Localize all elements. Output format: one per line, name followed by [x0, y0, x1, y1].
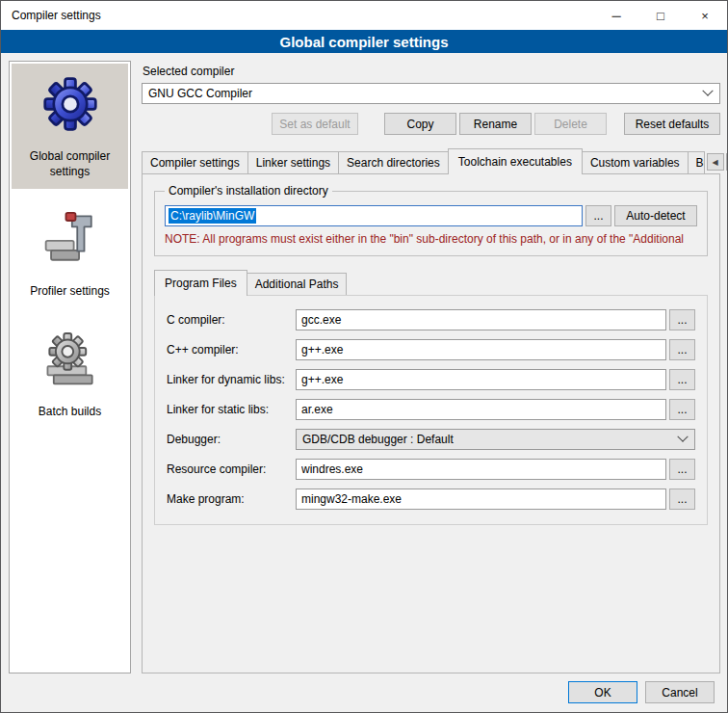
field-row: Resource compiler: ... — [167, 459, 695, 480]
sidebar-item-batch-builds[interactable]: Batch builds — [12, 319, 128, 430]
tab-scroll-left-button[interactable]: ◀ — [707, 153, 724, 171]
delete-button[interactable]: Delete — [534, 113, 607, 135]
main-panel: Selected compiler GNU GCC Compiler Set a… — [142, 61, 720, 673]
dialog-header: Global compiler settings — [1, 30, 727, 53]
tab-custom-variables[interactable]: Custom variables — [582, 151, 689, 173]
dynamic-linker-input[interactable] — [296, 369, 666, 390]
gray-gear-stack-icon — [39, 329, 101, 390]
maximize-button[interactable]: □ — [638, 1, 683, 30]
titlebar: Compiler settings ─ □ × — [1, 1, 727, 30]
selected-compiler-label: Selected compiler — [143, 65, 720, 78]
profiler-clamp-icon — [39, 208, 101, 270]
field-label: C compiler: — [167, 313, 296, 327]
subtab-additional-paths[interactable]: Additional Paths — [247, 273, 348, 295]
set-as-default-button[interactable]: Set as default — [272, 113, 358, 135]
close-icon: × — [701, 9, 709, 23]
field-label: Make program: — [167, 492, 296, 506]
program-files-panel: C compiler: ... C++ compiler: ... — [154, 295, 708, 525]
program-files-subtabs: Program Files Additional Paths — [154, 270, 708, 295]
field-row: Linker for static libs: ... — [167, 399, 695, 420]
installation-directory-label: Compiler's installation directory — [165, 184, 332, 198]
browse-button[interactable]: ... — [669, 309, 695, 330]
tab-build-options[interactable]: Build — [688, 151, 705, 173]
dialog-footer: OK Cancel — [1, 675, 727, 712]
tab-toolchain-executables[interactable]: Toolchain executables — [448, 148, 583, 174]
field-row: C++ compiler: ... — [167, 339, 695, 360]
bin-subdirectory-note: NOTE: All programs must exist either in … — [165, 232, 697, 246]
static-linker-input[interactable] — [296, 399, 666, 420]
installation-directory-input[interactable]: C:\raylib\MinGW — [165, 205, 583, 226]
minimize-button[interactable]: ─ — [594, 1, 638, 30]
sidebar-item-profiler-settings[interactable]: Profiler settings — [12, 198, 128, 309]
close-button[interactable]: × — [683, 1, 727, 30]
field-label: Debugger: — [167, 433, 296, 446]
dialog-content: Global compiler settings Profiler settin… — [1, 53, 727, 675]
field-row: Debugger: GDB/CDB debugger : Default — [167, 429, 695, 450]
compiler-settings-dialog: Compiler settings ─ □ × Global compiler … — [0, 0, 728, 713]
field-label: Resource compiler: — [167, 462, 296, 476]
auto-detect-button[interactable]: Auto-detect — [614, 205, 697, 226]
browse-button[interactable]: ... — [585, 205, 611, 226]
c-compiler-input[interactable] — [296, 309, 666, 330]
settings-sidebar: Global compiler settings Profiler settin… — [9, 61, 131, 673]
tab-search-directories[interactable]: Search directories — [338, 151, 449, 173]
sidebar-item-label: Batch builds — [39, 405, 101, 420]
sidebar-item-global-compiler-settings[interactable]: Global compiler settings — [12, 64, 128, 189]
minimize-icon: ─ — [611, 9, 620, 23]
window-title: Compiler settings — [1, 1, 594, 30]
debugger-select-value: GDB/CDB debugger : Default — [302, 433, 679, 446]
reset-defaults-button[interactable]: Reset defaults — [624, 113, 720, 135]
resource-compiler-input[interactable] — [296, 459, 666, 480]
browse-button[interactable]: ... — [669, 399, 695, 420]
copy-button[interactable]: Copy — [384, 113, 456, 135]
chevron-down-icon — [702, 86, 713, 96]
cancel-button[interactable]: Cancel — [645, 681, 715, 703]
maximize-icon: □ — [657, 9, 664, 23]
field-label: C++ compiler: — [167, 343, 296, 356]
field-row: C compiler: ... — [167, 309, 695, 330]
chevron-down-icon — [677, 432, 688, 442]
tab-compiler-settings[interactable]: Compiler settings — [142, 151, 248, 173]
debugger-select[interactable]: GDB/CDB debugger : Default — [296, 429, 695, 450]
installation-directory-group: Compiler's installation directory C:\ray… — [154, 184, 708, 256]
field-row: Linker for dynamic libs: ... — [167, 369, 695, 390]
field-label: Linker for static libs: — [167, 403, 296, 416]
browse-button[interactable]: ... — [669, 489, 695, 510]
installation-directory-row: C:\raylib\MinGW ... Auto-detect — [165, 205, 697, 226]
ok-button[interactable]: OK — [568, 681, 637, 703]
cpp-compiler-input[interactable] — [296, 339, 666, 360]
toolchain-executables-panel: Compiler's installation directory C:\ray… — [142, 173, 720, 673]
sidebar-item-label: Global compiler settings — [14, 149, 125, 179]
subtab-program-files[interactable]: Program Files — [154, 270, 247, 296]
tab-scroll-buttons: ◀ ▶ — [705, 153, 728, 171]
tab-linker-settings[interactable]: Linker settings — [247, 151, 339, 173]
field-row: Make program: ... — [167, 489, 695, 510]
field-label: Linker for dynamic libs: — [167, 373, 296, 386]
browse-button[interactable]: ... — [669, 339, 695, 360]
rename-button[interactable]: Rename — [459, 113, 532, 135]
browse-button[interactable]: ... — [669, 459, 695, 480]
browse-button[interactable]: ... — [669, 369, 695, 390]
settings-tabbar: Compiler settings Linker settings Search… — [142, 148, 720, 173]
compiler-dropdown[interactable]: GNU GCC Compiler — [142, 83, 720, 104]
compiler-dropdown-value: GNU GCC Compiler — [148, 87, 704, 100]
dialog-header-title: Global compiler settings — [279, 34, 448, 50]
make-program-input[interactable] — [296, 489, 666, 510]
installation-directory-value: C:\raylib\MinGW — [169, 208, 256, 224]
blue-gear-icon — [39, 73, 101, 135]
compiler-actions-row: Set as default Copy Rename Delete Reset … — [142, 113, 720, 135]
sidebar-item-label: Profiler settings — [30, 284, 110, 300]
arrow-left-icon: ◀ — [713, 158, 718, 167]
